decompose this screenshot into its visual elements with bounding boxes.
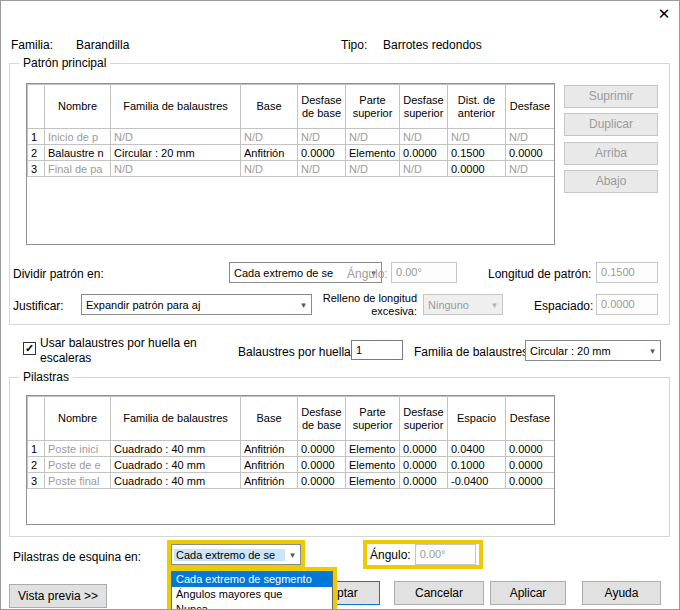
close-button[interactable]: ✕ <box>653 4 675 24</box>
cell-parte-superior[interactable]: N/D <box>346 129 400 145</box>
cell-desfase[interactable]: 0.0000 <box>506 473 555 489</box>
highlight-box-angulo: Ángulo: 0.00° <box>363 540 483 569</box>
dropdown-option[interactable]: Nunca <box>172 602 332 610</box>
cell-base[interactable]: Anfitrión <box>241 145 298 161</box>
cell-familia[interactable]: Cuadrado : 40 mm <box>111 473 241 489</box>
familia-label: Familia: <box>11 38 53 52</box>
longitud-patron-label: Longitud de patrón: <box>488 267 591 281</box>
cell-desfase-superior[interactable]: 0.0000 <box>400 145 448 161</box>
cell-parte-superior[interactable]: Elemento <box>346 145 400 161</box>
cell-desfase-superior[interactable]: N/D <box>400 129 448 145</box>
familia-balaustres-select[interactable]: Circular : 20 mm ▾ <box>525 340 661 361</box>
dropdown-option[interactable]: Cada extremo de segmento <box>172 572 332 587</box>
cell-nombre[interactable]: Poste inici <box>45 441 111 457</box>
longitud-patron-field[interactable]: 0.1500 <box>596 262 658 283</box>
cell-espacio[interactable]: 0.0400 <box>448 441 506 457</box>
usar-balaustres-checkbox[interactable]: ✓ <box>23 342 36 355</box>
vista-previa-button[interactable]: Vista previa >> <box>9 584 107 608</box>
col-header-espacio: Espacio <box>448 397 506 441</box>
cell-dist-anterior[interactable]: 0.1500 <box>448 145 506 161</box>
cell-desfase-base[interactable]: N/D <box>298 129 346 145</box>
pilastras-table: Nombre Familia de balaustres Base Desfas… <box>26 395 555 525</box>
col-header-desfase: Desfase <box>506 85 555 129</box>
cell-familia[interactable]: N/D <box>111 161 241 177</box>
aplicar-button[interactable]: Aplicar <box>490 581 566 605</box>
table-row[interactable]: 1 Poste inici Cuadrado : 40 mm Anfitrión… <box>28 441 555 457</box>
main-pattern-group-title: Patrón principal <box>19 56 110 70</box>
cell-parte-superior[interactable]: Elemento <box>346 441 400 457</box>
relleno-label: Relleno de longitud excesiva: <box>317 292 417 318</box>
cell-desfase-base[interactable]: 0.0000 <box>298 145 346 161</box>
cell-desfase[interactable]: 0.0000 <box>506 145 555 161</box>
justificar-select[interactable]: Expandir patrón para aj ▾ <box>81 294 312 315</box>
table-row[interactable]: 1 Inicio de p N/D N/D N/D N/D N/D N/D N/… <box>28 129 555 145</box>
dropdown-option[interactable]: Ángulos mayores que <box>172 587 332 602</box>
col-header-base: Base <box>241 397 298 441</box>
angulo-label: Ángulo: <box>347 267 388 281</box>
highlight-box-esquina: Cada extremo de se ▾ <box>167 540 305 569</box>
cell-dist-anterior[interactable]: 0.0000 <box>448 161 506 177</box>
pilastras-esquina-select[interactable]: Cada extremo de se ▾ <box>171 544 301 565</box>
cell-espacio[interactable]: -0.0400 <box>448 473 506 489</box>
cell-parte-superior[interactable]: N/D <box>346 161 400 177</box>
cell-nombre[interactable]: Final de pa <box>45 161 111 177</box>
main-pattern-table: Nombre Familia de balaustres Base Desfas… <box>26 83 555 245</box>
cell-nombre[interactable]: Balaustre n <box>45 145 111 161</box>
cell-nombre[interactable]: Poste de e <box>45 457 111 473</box>
cell-desfase-superior[interactable]: N/D <box>400 161 448 177</box>
esquina-angulo-field[interactable]: 0.00° <box>415 544 476 565</box>
cell-desfase-superior[interactable]: 0.0000 <box>400 473 448 489</box>
cell-nombre[interactable]: Inicio de p <box>45 129 111 145</box>
relleno-select[interactable]: Ninguno ▾ <box>423 294 503 315</box>
cell-parte-superior[interactable]: Elemento <box>346 473 400 489</box>
balaustres-por-huella-input[interactable]: 1 <box>351 340 403 360</box>
cell-espacio[interactable]: 0.1000 <box>448 457 506 473</box>
table-row[interactable]: 2 Poste de e Cuadrado : 40 mm Anfitrión … <box>28 457 555 473</box>
cell-familia[interactable]: Circular : 20 mm <box>111 145 241 161</box>
cell-nombre[interactable]: Poste final <box>45 473 111 489</box>
suprimir-button[interactable]: Suprimir <box>564 85 658 108</box>
cell-familia[interactable]: N/D <box>111 129 241 145</box>
cell-base[interactable]: Anfitrión <box>241 473 298 489</box>
table-row[interactable]: 2 Balaustre n Circular : 20 mm Anfitrión… <box>28 145 555 161</box>
angulo-field[interactable]: 0.00° <box>391 262 457 283</box>
cell-base[interactable]: Anfitrión <box>241 441 298 457</box>
espaciado-field[interactable]: 0.0000 <box>596 294 658 315</box>
col-header-desfase-base: Desfase de base <box>298 397 346 441</box>
table-row[interactable]: 3 Final de pa N/D N/D N/D N/D N/D 0.0000… <box>28 161 555 177</box>
arriba-button[interactable]: Arriba <box>564 142 658 165</box>
familia-balaustres-value: Circular : 20 mm <box>528 345 645 357</box>
cell-desfase-superior[interactable]: 0.0000 <box>400 441 448 457</box>
cell-desfase-base[interactable]: 0.0000 <box>298 473 346 489</box>
ayuda-button-label: Ayuda <box>605 586 639 600</box>
cell-desfase-base[interactable]: N/D <box>298 161 346 177</box>
dividir-patron-value: Cada extremo de se <box>232 267 366 279</box>
esquina-angulo-label: Ángulo: <box>370 548 411 562</box>
cell-desfase[interactable]: N/D <box>506 129 555 145</box>
cell-base[interactable]: N/D <box>241 129 298 145</box>
col-header-desfase-superior: Desfase superior <box>400 397 448 441</box>
cell-desfase-superior[interactable]: 0.0000 <box>400 457 448 473</box>
duplicar-button-label: Duplicar <box>589 117 633 131</box>
cell-familia[interactable]: Cuadrado : 40 mm <box>111 441 241 457</box>
table-row[interactable]: 3 Poste final Cuadrado : 40 mm Anfitrión… <box>28 473 555 489</box>
cell-base[interactable]: N/D <box>241 161 298 177</box>
cell-desfase[interactable]: 0.0000 <box>506 457 555 473</box>
usar-balaustres-label: Usar balaustres por huella en escaleras <box>40 336 212 366</box>
duplicar-button[interactable]: Duplicar <box>564 113 658 136</box>
abajo-button[interactable]: Abajo <box>564 170 658 193</box>
pilastras-esquina-label: Pilastras de esquina en: <box>13 550 141 564</box>
col-header-base: Base <box>241 85 298 129</box>
ayuda-button[interactable]: Ayuda <box>582 581 661 605</box>
cell-dist-anterior[interactable]: N/D <box>448 129 506 145</box>
cell-desfase[interactable]: 0.0000 <box>506 441 555 457</box>
cell-desfase-base[interactable]: 0.0000 <box>298 441 346 457</box>
cancelar-button[interactable]: Cancelar <box>394 581 484 605</box>
cell-desfase-base[interactable]: 0.0000 <box>298 457 346 473</box>
cell-familia[interactable]: Cuadrado : 40 mm <box>111 457 241 473</box>
cell-desfase[interactable]: N/D <box>506 161 555 177</box>
vista-previa-button-label: Vista previa >> <box>18 589 98 603</box>
cell-base[interactable]: Anfitrión <box>241 457 298 473</box>
cell-parte-superior[interactable]: Elemento <box>346 457 400 473</box>
justificar-value: Expandir patrón para aj <box>84 299 296 311</box>
